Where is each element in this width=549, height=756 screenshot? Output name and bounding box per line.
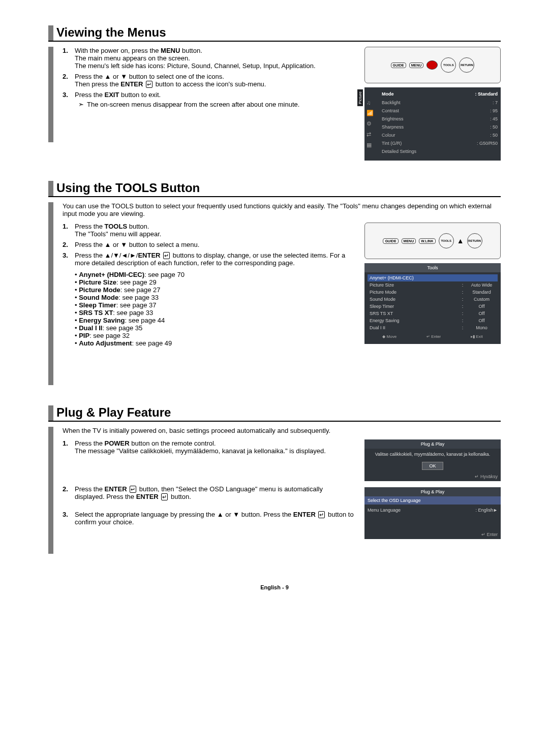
osd-picture-tab: Picture	[357, 89, 363, 106]
osd-footer: ◆ Move ↵ Enter ▸▮ Exit	[368, 331, 498, 339]
step-list: 1. With the power on, press the MENU but…	[63, 47, 354, 108]
step-text: Press the ▲/▼/◄/►/ENTER buttons to displ…	[75, 251, 354, 347]
remote-illustration: GUIDE MENU TOOLS RETURN	[364, 47, 501, 83]
step-list: 1. Press the TOOLS button.The "Tools" me…	[63, 223, 354, 347]
heading-accent	[48, 181, 53, 196]
osd-lang-row: Menu Language English ►	[364, 505, 501, 516]
footer-exit: ▸▮ Exit	[471, 334, 483, 339]
osd-value: Off	[468, 311, 496, 316]
step-number: 3.	[63, 251, 75, 347]
remote-power-icon	[426, 60, 438, 70]
channel-icon: 📶	[367, 110, 374, 116]
intro-text: When the TV is initially powered on, bas…	[63, 427, 501, 434]
osd-label: Contrast	[382, 108, 490, 113]
osd-value: Standard	[468, 290, 496, 295]
remote-wlink-button: W.LINK	[419, 238, 436, 244]
remote-menu-button: MENU	[409, 62, 424, 68]
osd-title: Plug & Play	[364, 439, 501, 449]
remote-illustration: GUIDE MENU W.LINK TOOLS ▲ RETURN	[364, 223, 501, 259]
osd-value: 45	[490, 116, 498, 121]
step-list: 1. Press the POWER button on the remote …	[63, 439, 354, 526]
osd-value: Off	[468, 304, 496, 309]
note-arrow-icon: ➣	[75, 101, 87, 108]
osd-plugplay-2: Plug & Play Select the OSD Language Menu…	[364, 487, 501, 539]
step-text: Select the appropriate language by press…	[75, 511, 354, 526]
osd-value: 95	[490, 108, 498, 113]
step-number: 1.	[63, 47, 75, 70]
osd-label: Picture Mode	[370, 290, 458, 295]
section-viewing-menus: Viewing the Menus 1. With the power on, …	[48, 25, 501, 161]
step-text: Press the POWER button on the remote con…	[75, 439, 354, 455]
step-text: Press the TOOLS button.The "Tools" menu …	[75, 223, 354, 238]
osd-row: Contrast95	[368, 107, 498, 115]
osd-label: SRS TS XT	[370, 311, 458, 316]
section-title: Plug & Play Feature	[56, 405, 501, 420]
osd-label: Detailed Settings	[382, 149, 498, 154]
tool-item: Dual I II: see page 35	[75, 324, 354, 332]
tool-item: Picture Mode: see page 27	[75, 286, 354, 294]
step-text: Press the ENTER button, then "Select the…	[75, 485, 354, 500]
note-text: The on-screen menus disappear from the s…	[87, 101, 299, 108]
page-footer: English - 9	[48, 584, 501, 590]
heading-bar: Using the TOOLS Button	[48, 181, 501, 197]
osd-label: Dual I II	[370, 325, 458, 330]
heading-accent	[48, 405, 53, 421]
step-number: 1.	[63, 439, 75, 455]
osd-footer: ↵ Hyväksy	[364, 473, 501, 481]
osd-label: Sleep Timer	[370, 304, 458, 309]
osd-row: Brightness45	[368, 115, 498, 123]
step-number: 2.	[63, 485, 75, 500]
enter-icon	[145, 80, 154, 88]
footer-move: ◆ Move	[382, 334, 396, 339]
right-arrow-icon: ►	[493, 508, 498, 513]
osd-value: Mono	[468, 325, 496, 330]
osd-row: Sleep Timer:Off	[368, 303, 498, 310]
osd-row: Energy Saving:Off	[368, 317, 498, 324]
osd-value: Auto Wide	[468, 282, 496, 288]
tool-item: Energy Saving: see page 44	[75, 317, 354, 324]
tool-item: Sound Mode: see page 33	[75, 294, 354, 301]
enter-icon	[317, 511, 326, 518]
osd-title: Plug & Play	[364, 487, 501, 496]
heading-accent	[48, 25, 53, 41]
heading-bar: Plug & Play Feature	[48, 405, 501, 422]
osd-row: Colour50	[368, 131, 498, 139]
osd-row: Sharpness50	[368, 123, 498, 131]
remote-return-button: RETURN	[459, 57, 474, 73]
osd-subtitle: Select the OSD Language	[364, 496, 501, 505]
section-tools-button: Using the TOOLS Button You can use the T…	[48, 181, 501, 385]
osd-label: Colour	[382, 133, 490, 138]
osd-label: Tint (G/R)	[382, 141, 477, 146]
osd-value: 50	[490, 133, 498, 138]
remote-menu-button: MENU	[402, 238, 416, 244]
step-number: 3.	[63, 511, 75, 526]
enter-icon	[162, 251, 171, 259]
osd-footer: ↵ Enter	[364, 531, 501, 539]
osd-value: Custom	[468, 297, 496, 302]
section-title: Viewing the Menus	[56, 25, 501, 40]
remote-guide-button: GUIDE	[391, 62, 406, 68]
osd-row: Backlight7	[368, 99, 498, 107]
input-icon: ⇄	[367, 131, 374, 138]
osd-row: Detailed Settings	[368, 147, 498, 155]
tool-items-list: Anynet+ (HDMI-CEC): see page 70Picture S…	[75, 271, 354, 347]
step-text: Press the ▲ or ▼ button to select one of…	[75, 73, 354, 88]
section-side-accent	[48, 47, 53, 142]
osd-value: 50	[490, 124, 498, 130]
osd-label: Picture Size	[370, 282, 458, 288]
tool-item: PIP: see page 32	[75, 332, 354, 339]
remote-tools-button: TOOLS	[441, 57, 456, 73]
heading-bar: Viewing the Menus	[48, 25, 501, 42]
footer-enter: ↵ Enter	[426, 334, 441, 339]
osd-sidebar-icons: ♫ 📶 ⚙ ⇄ ▦	[367, 100, 374, 148]
step-number: 2.	[63, 241, 75, 248]
step-number: 2.	[63, 73, 75, 88]
osd-row: Picture Size:Auto Wide	[368, 281, 498, 289]
osd-label: Brightness	[382, 116, 490, 121]
step-text: Press the ▲ or ▼ button to select a menu…	[75, 241, 354, 248]
section-side-accent	[48, 202, 53, 385]
remote-return-button: RETURN	[467, 233, 482, 248]
tool-item: Sleep Timer: see page 37	[75, 301, 354, 309]
osd-tools-menu: Tools Anynet+ (HDMI-CEC) Picture Size:Au…	[364, 263, 501, 344]
osd-row: Sound Mode:Custom	[368, 296, 498, 303]
